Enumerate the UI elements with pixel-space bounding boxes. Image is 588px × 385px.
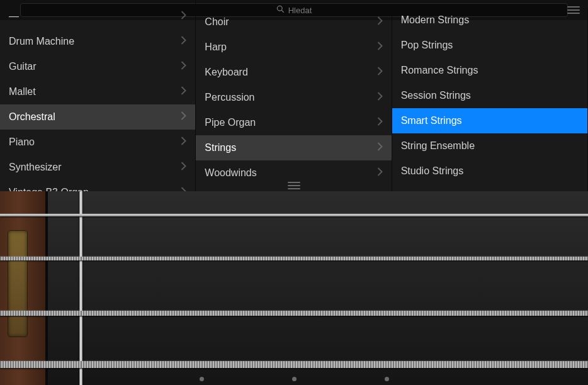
browser-column-1: ————Drum MachineGuitarMalletOrchestralPi… (0, 0, 196, 191)
list-item-label: Harp (205, 42, 227, 53)
list-item-label: Modern Strings (401, 14, 470, 26)
chevron-right-icon (377, 117, 383, 128)
list-item-label: Pipe Organ (205, 117, 256, 128)
instrument-view[interactable] (0, 191, 588, 385)
list-item-label: String Ensemble (401, 140, 475, 152)
chevron-right-icon (377, 167, 383, 179)
list-item-label: Percussion (205, 92, 254, 103)
chevron-right-icon (181, 137, 186, 148)
list-item[interactable]: Studio Strings (392, 159, 587, 184)
chevron-right-icon (377, 67, 383, 78)
list-item[interactable]: Session Strings (392, 83, 587, 108)
string-1[interactable] (0, 214, 588, 216)
list-item[interactable]: Smart Strings (392, 108, 587, 133)
fret-marker (79, 191, 82, 385)
list-item-label: Guitar (9, 61, 37, 72)
list-item[interactable]: Modern Strings (392, 8, 587, 33)
list-item[interactable]: Percussion (196, 85, 391, 110)
list-item[interactable]: Guitar (0, 54, 195, 79)
list-item[interactable]: Strings (196, 135, 391, 160)
page-indicator[interactable] (0, 377, 588, 381)
list-item[interactable]: Piano (0, 130, 195, 155)
chevron-right-icon (377, 92, 383, 103)
chevron-right-icon (181, 162, 186, 173)
list-item[interactable]: Orchestral (0, 104, 195, 130)
list-item[interactable]: Drum Machine (0, 29, 195, 54)
list-item[interactable]: Vintage B3 Organ (0, 180, 195, 191)
sound-browser: ————Drum MachineGuitarMalletOrchestralPi… (0, 20, 588, 191)
chevron-right-icon (181, 187, 186, 191)
list-item[interactable]: Harp (196, 35, 391, 60)
list-item-label: Orchestral (9, 111, 55, 123)
browser-resize-handle[interactable] (277, 180, 311, 191)
list-item-label: Strings (205, 142, 236, 153)
list-item-label: Smart Strings (401, 115, 462, 126)
list-item[interactable]: Pipe Organ (196, 110, 391, 135)
chevron-right-icon (181, 86, 186, 98)
instrument-neck (0, 191, 47, 385)
list-item-label: Choir (205, 16, 229, 28)
list-item[interactable]: Pop Strings (392, 33, 587, 58)
page-dot[interactable] (385, 377, 389, 381)
list-item[interactable]: String Ensemble (392, 133, 587, 159)
list-item[interactable]: — (0, 4, 195, 29)
chevron-right-icon (377, 16, 383, 28)
list-item-label: Session Strings (401, 90, 471, 101)
chevron-right-icon (181, 36, 186, 47)
page-dot[interactable] (200, 377, 204, 381)
list-item-label: Drum Machine (9, 36, 74, 47)
list-item-label: Studio Strings (401, 165, 464, 177)
list-item[interactable]: Romance Strings (392, 58, 587, 83)
list-item-label: Woodwinds (205, 167, 256, 179)
string-2[interactable] (0, 257, 588, 260)
page-dot[interactable] (292, 377, 297, 381)
browser-column-3: Modern StringsPop StringsRomance Strings… (392, 8, 588, 191)
chevron-right-icon (377, 142, 383, 153)
grip-icon (288, 182, 300, 189)
browser-column-2: ChoirHarpKeyboardPercussionPipe OrganStr… (196, 9, 392, 191)
list-item-label: Keyboard (205, 67, 248, 78)
chevron-right-icon (377, 42, 383, 53)
chevron-right-icon (181, 11, 186, 22)
list-item[interactable]: Keyboard (196, 60, 391, 85)
list-item-label: Mallet (9, 86, 36, 98)
chevron-right-icon (181, 111, 186, 123)
list-item-label: Piano (9, 137, 35, 148)
tuning-plate (8, 230, 28, 337)
list-item[interactable]: Mallet (0, 79, 195, 104)
list-item[interactable]: Choir (196, 9, 391, 35)
list-item[interactable]: Synthesizer (0, 155, 195, 180)
chevron-right-icon (181, 61, 186, 72)
list-item-label: — (9, 11, 19, 22)
string-3[interactable] (0, 311, 588, 316)
list-item-label: Pop Strings (401, 40, 453, 51)
list-item-label: Synthesizer (9, 162, 62, 173)
list-item-label: Vintage B3 Organ (9, 187, 89, 191)
string-4[interactable] (0, 361, 588, 368)
list-item-label: Romance Strings (401, 65, 478, 76)
